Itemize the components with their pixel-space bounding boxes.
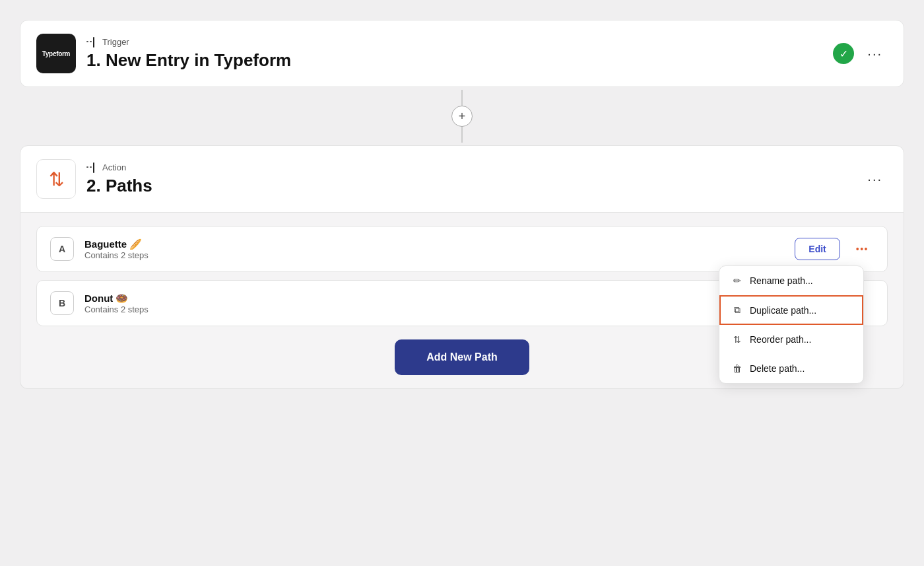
path-item-a: A Baguette 🥖 Contains 2 steps Edit ••• ✏… (36, 226, 888, 272)
path-a-edit-button[interactable]: Edit (795, 238, 840, 260)
menu-item-duplicate[interactable]: ⧉ Duplicate path... (719, 295, 863, 325)
action-card: ⇅ Action 2. Paths ··· (20, 145, 904, 213)
reorder-icon: ⇅ (731, 334, 743, 345)
typeform-logo: Typeform (36, 34, 76, 73)
action-label: Action (86, 162, 851, 173)
success-badge: ✓ (833, 43, 854, 64)
rename-icon: ✏ (731, 275, 743, 286)
svg-rect-3 (86, 166, 88, 168)
trigger-title: 1. New Entry in Typeform (86, 50, 822, 71)
path-a-more-button[interactable]: ••• (851, 241, 874, 257)
menu-item-reorder-label: Reorder path... (750, 334, 811, 345)
workflow-canvas: Typeform Trigger 1. New Entry in Typefor… (20, 20, 904, 389)
svg-rect-4 (90, 166, 92, 168)
menu-item-reorder[interactable]: ⇅ Reorder path... (719, 325, 863, 354)
path-a-steps: Contains 2 steps (84, 250, 784, 260)
paths-icon: ⇅ (49, 168, 64, 190)
menu-item-rename-label: Rename path... (750, 275, 813, 286)
path-letter-a: A (50, 237, 74, 261)
connector-line-top (461, 90, 463, 106)
svg-rect-1 (90, 41, 92, 42)
svg-rect-0 (86, 41, 88, 42)
trigger-dash-icon (86, 37, 98, 48)
trigger-content: Trigger 1. New Entry in Typeform (86, 37, 822, 71)
action-title: 2. Paths (86, 176, 851, 196)
typeform-logo-text: Typeform (42, 50, 70, 57)
menu-item-duplicate-label: Duplicate path... (750, 305, 816, 316)
path-letter-b: B (50, 291, 74, 315)
connector: + (451, 87, 473, 145)
svg-rect-2 (93, 37, 94, 48)
menu-item-delete-label: Delete path... (750, 363, 805, 374)
context-menu: ✏ Rename path... ⧉ Duplicate path... ⇅ R… (719, 265, 864, 384)
trigger-card: Typeform Trigger 1. New Entry in Typefor… (20, 20, 904, 87)
trigger-more-button[interactable]: ··· (862, 44, 888, 64)
action-content: Action 2. Paths (86, 162, 851, 196)
menu-item-delete[interactable]: 🗑 Delete path... (719, 354, 863, 383)
action-dash-icon (86, 162, 98, 173)
trigger-app-icon: Typeform (36, 34, 76, 73)
action-card-actions: ··· (862, 169, 888, 190)
add-step-button[interactable]: + (451, 106, 473, 127)
trigger-card-actions: ✓ ··· (833, 43, 888, 64)
action-more-button[interactable]: ··· (862, 169, 888, 190)
duplicate-icon: ⧉ (731, 304, 743, 316)
paths-section: A Baguette 🥖 Contains 2 steps Edit ••• ✏… (20, 213, 904, 389)
action-icon: ⇅ (36, 159, 76, 199)
trigger-label: Trigger (86, 37, 822, 48)
menu-item-rename[interactable]: ✏ Rename path... (719, 266, 863, 295)
connector-line-bottom (461, 127, 463, 143)
path-a-content: Baguette 🥖 Contains 2 steps (84, 238, 784, 260)
path-a-name: Baguette 🥖 (84, 238, 784, 250)
svg-rect-5 (93, 162, 94, 173)
delete-icon: 🗑 (731, 363, 743, 374)
add-new-path-button[interactable]: Add New Path (395, 339, 529, 375)
